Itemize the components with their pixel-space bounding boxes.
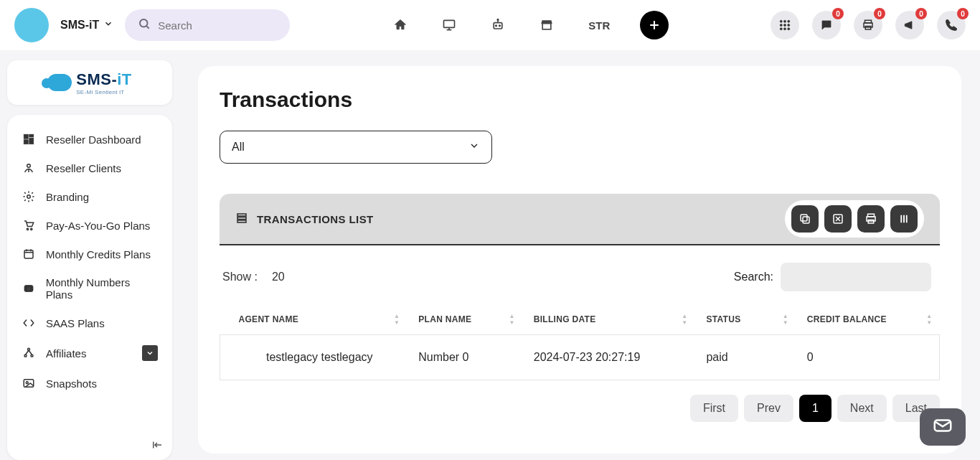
svg-rect-34 (24, 250, 33, 258)
logo-text-1: SMS- (76, 70, 117, 88)
svg-point-16 (780, 24, 782, 27)
svg-point-32 (27, 228, 28, 230)
svg-point-18 (788, 24, 790, 27)
panel-toolbar (785, 200, 924, 238)
megaphone-icon[interactable]: 0 (895, 11, 924, 39)
sidebar-item-monthly-numbers[interactable]: $ Monthly Numbers Plans (7, 268, 172, 309)
pager-current[interactable]: 1 (799, 395, 831, 422)
col-credit[interactable]: CREDIT BALANCE ▲▼ (796, 304, 940, 335)
table-controls: Show : 20 Search: (220, 245, 940, 299)
sort-icon: ▲▼ (394, 313, 400, 326)
cell-credit: 0 (796, 335, 940, 380)
sidebar-item-branding[interactable]: Branding (7, 182, 172, 211)
col-status[interactable]: STATUS ▲▼ (694, 304, 795, 335)
sort-icon: ▲▼ (682, 313, 687, 326)
top-nav: STR (393, 18, 610, 32)
sort-icon: ▲▼ (926, 313, 932, 326)
sidebar-item-saas-plans[interactable]: SAAS Plans (7, 309, 172, 337)
svg-rect-45 (24, 380, 34, 388)
app-switcher[interactable]: SMS-iT (57, 14, 116, 36)
cell-agent: testlegacy testlegacy (220, 335, 407, 380)
col-billing[interactable]: BILLING DATE ▲▼ (522, 304, 695, 335)
sidebar-item-reseller-dashboard[interactable]: Reseller Dashboard (7, 125, 172, 154)
pager-prev[interactable]: Prev (744, 395, 793, 422)
calendar-icon (22, 248, 36, 260)
apps-grid-icon[interactable] (771, 11, 799, 39)
home-icon[interactable] (393, 18, 407, 32)
columns-button[interactable] (890, 205, 918, 233)
svg-point-40 (28, 348, 30, 350)
topbar: SMS-iT STR 0 (0, 0, 980, 50)
printer-icon[interactable]: 0 (854, 11, 882, 39)
global-search[interactable] (125, 9, 290, 41)
svg-rect-27 (29, 139, 34, 144)
show-value[interactable]: 20 (272, 271, 285, 283)
svg-point-29 (27, 164, 31, 168)
pager-next[interactable]: Next (837, 395, 887, 422)
monitor-icon[interactable] (442, 18, 456, 32)
store-icon[interactable] (540, 18, 554, 32)
sidebar-item-label: Reseller Dashboard (46, 133, 141, 146)
sidebar-nav: Reseller Dashboard Reseller Clients Bran… (7, 115, 172, 460)
svg-point-31 (27, 195, 31, 199)
phone-badge: 0 (957, 8, 969, 19)
robot-icon[interactable] (491, 18, 505, 32)
svg-point-21 (788, 28, 790, 30)
search-input[interactable] (158, 19, 277, 32)
svg-rect-26 (29, 134, 34, 137)
svg-rect-52 (803, 217, 809, 223)
clients-icon (22, 161, 36, 174)
svg-point-42 (31, 355, 33, 357)
page-title: Transactions (220, 88, 940, 112)
table-row[interactable]: testlegacy testlegacy Number 0 2024-07-2… (220, 335, 940, 380)
col-plan[interactable]: PLAN NAME ▲▼ (407, 304, 522, 335)
sidebar-item-label: Monthly Credits Plans (46, 248, 151, 260)
logo-text-2: iT (117, 70, 132, 88)
brand-logo[interactable]: SMS-iT SE-Mi Sentient iT (7, 60, 172, 105)
svg-point-0 (140, 19, 148, 27)
svg-point-7 (499, 25, 501, 27)
sidebar-item-affiliates[interactable]: Affiliates (7, 337, 172, 369)
nav-str[interactable]: STR (588, 19, 610, 32)
cloud-icon (47, 74, 72, 91)
pagination: First Prev 1 Next Last (220, 395, 940, 422)
chat-icon[interactable]: 0 (812, 11, 841, 39)
sidebar-item-payg-plans[interactable]: Pay-As-You-Go Plans (7, 211, 172, 240)
copy-button[interactable] (791, 205, 819, 233)
panel-title: TRANSACTIONS LIST (257, 213, 374, 225)
export-excel-button[interactable] (824, 205, 852, 233)
svg-point-15 (788, 20, 790, 22)
chevron-down-icon (468, 140, 480, 154)
sidebar: SMS-iT SE-Mi Sentient iT Reseller Dashbo… (0, 50, 179, 460)
sidebar-item-label: Snapshots (46, 377, 97, 390)
svg-point-13 (780, 20, 782, 22)
sidebar-item-label: Branding (46, 191, 89, 203)
sidebar-item-label: Pay-As-You-Go Plans (46, 220, 150, 232)
transactions-panel: TRANSACTIONS LIST (220, 194, 940, 422)
sidebar-item-snapshots[interactable]: Snapshots (7, 369, 172, 398)
collapse-sidebar-icon[interactable] (151, 438, 164, 454)
svg-point-20 (784, 28, 786, 30)
svg-point-6 (496, 25, 497, 27)
print-button[interactable] (857, 205, 885, 233)
add-button[interactable] (640, 11, 669, 39)
col-agent[interactable]: AGENT NAME ▲▼ (220, 304, 407, 335)
svg-rect-28 (24, 140, 28, 144)
sidebar-item-reseller-clients[interactable]: Reseller Clients (7, 154, 172, 182)
table-search-input[interactable] (781, 263, 931, 291)
topbar-actions: 0 0 0 0 (771, 11, 966, 39)
mail-icon (932, 415, 953, 439)
sort-icon: ▲▼ (509, 313, 515, 326)
phone-icon[interactable]: 0 (937, 11, 966, 39)
chevron-down-icon (103, 19, 113, 32)
list-icon (235, 212, 248, 227)
filter-select[interactable]: All (220, 131, 492, 164)
money-icon: $ (22, 282, 36, 295)
pager-first[interactable]: First (690, 395, 738, 422)
sidebar-item-monthly-credits[interactable]: Monthly Credits Plans (7, 240, 172, 268)
chevron-down-icon[interactable] (142, 345, 158, 361)
avatar[interactable] (14, 8, 49, 42)
network-icon (22, 347, 36, 360)
support-button[interactable] (920, 408, 966, 446)
svg-rect-49 (237, 214, 246, 216)
